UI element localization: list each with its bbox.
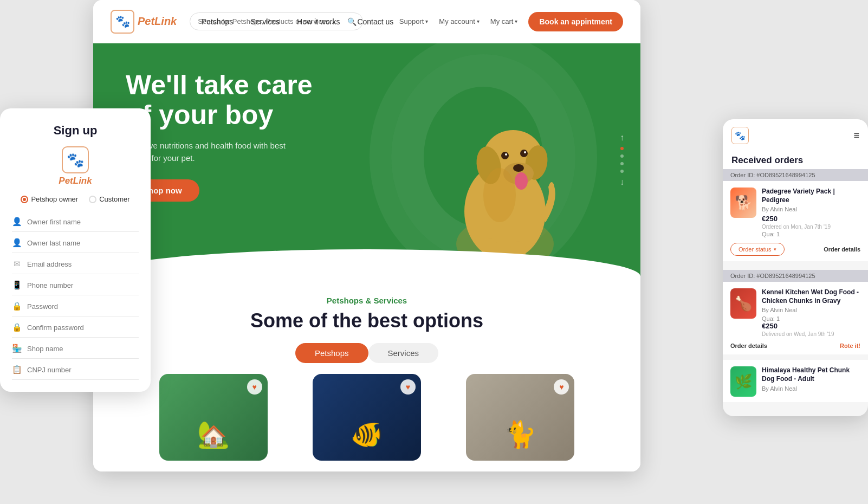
product-card-3[interactable]: ♥ 🐈	[466, 374, 574, 461]
orders-logo: 🐾	[731, 127, 749, 144]
book-appointment-button[interactable]: Book an appintment	[528, 12, 623, 31]
my-cart-menu[interactable]: My cart ▾	[490, 17, 518, 25]
confirm-password-input[interactable]	[27, 324, 139, 332]
order-actions-1: Order status ▾ Order details	[730, 243, 860, 256]
scroll-down-icon[interactable]: ↓	[620, 177, 624, 187]
support-caret-icon: ▾	[425, 18, 428, 24]
hero-subtitle: We have nutritions and health food with …	[126, 140, 310, 164]
hero-dog-illustration	[424, 81, 586, 276]
order-qty-2: Qua: 1	[762, 315, 860, 322]
section-tabs: Petshops Services	[126, 343, 608, 363]
section-title: Some of the best options	[126, 309, 608, 332]
radio-petshop-owner[interactable]: Petshop owner	[21, 195, 78, 203]
order-product-name-3: Himalaya Healthy Pet Chunk Dog Food - Ad…	[762, 366, 860, 383]
order-thumb-2: 🍗	[730, 288, 756, 319]
order-item-content-3: 🌿 Himalaya Healthy Pet Chunk Dog Food - …	[723, 360, 868, 402]
support-menu[interactable]: Support ▾	[399, 17, 429, 25]
cnpj-input[interactable]	[27, 366, 139, 374]
orders-card: 🐾 ≡ Received orders Order ID: #OD8952164…	[723, 119, 868, 416]
radio-customer[interactable]: Customer	[89, 195, 129, 203]
phone-input[interactable]	[27, 281, 139, 289]
field-email: ✉	[12, 254, 139, 274]
orders-card-header: 🐾 ≡	[723, 119, 868, 150]
hero-scroll-dots: ↑ ↓	[620, 133, 624, 187]
cnpj-icon: 📋	[12, 365, 22, 374]
svg-point-6	[513, 164, 524, 172]
scroll-dot-4	[620, 170, 624, 173]
hero-section: We'll take care of your boy We have nutr…	[93, 43, 640, 276]
nav-contact-us[interactable]: Contact us	[357, 17, 393, 26]
radio-dot-customer	[89, 196, 96, 203]
person-icon-1: 👤	[12, 217, 22, 227]
radio-owner-label: Petshop owner	[31, 195, 78, 203]
products-row: ♥ 🏡 ♥ 🐠 ♥ 🐈	[126, 374, 608, 461]
order-status-button-1[interactable]: Order status ▾	[730, 243, 785, 256]
order-item-content-2: 🍗 Kennel Kitchen Wet Dog Food - Chicken …	[723, 282, 868, 354]
owner-first-name-input[interactable]	[27, 218, 139, 226]
email-input[interactable]	[27, 260, 139, 268]
signup-title: Sign up	[12, 124, 139, 138]
order-price-1: €250	[762, 215, 831, 223]
phone-icon: 📱	[12, 280, 22, 290]
order-date-2: Delivered on Wed, Jan 9th '19	[762, 331, 860, 337]
field-phone: 📱	[12, 275, 139, 295]
product-heart-2[interactable]: ♥	[400, 379, 416, 395]
hamburger-menu-icon[interactable]: ≡	[853, 130, 859, 141]
order-thumb-1: 🐕	[730, 188, 756, 218]
order-details-link-1[interactable]: Order details	[824, 246, 860, 253]
shop-icon: 🏪	[12, 344, 22, 353]
signup-logo-text: PetLink	[59, 176, 92, 186]
support-label: Support	[399, 17, 424, 25]
my-account-label: My account	[439, 17, 475, 25]
scroll-dot-3	[620, 162, 624, 165]
order-details-link-2[interactable]: Order details	[730, 343, 767, 349]
cart-caret-icon: ▾	[515, 18, 517, 24]
site-logo[interactable]: 🐾 PetLink	[111, 10, 177, 34]
my-cart-label: My cart	[490, 17, 514, 25]
field-confirm-password: 🔒	[12, 318, 139, 338]
section-tag: Petshops & Services	[126, 296, 608, 305]
nav-services[interactable]: Services	[250, 17, 280, 26]
nav-how-it-works[interactable]: How it works	[297, 17, 340, 26]
order-product-name-2: Kennel Kitchen Wet Dog Food - Chicken Ch…	[762, 288, 860, 305]
orders-title: Received orders	[723, 150, 868, 169]
order-product-row-2: 🍗 Kennel Kitchen Wet Dog Food - Chicken …	[730, 288, 860, 337]
owner-last-name-input[interactable]	[27, 239, 139, 247]
order-qty-1: Qua: 1	[762, 231, 860, 237]
my-account-menu[interactable]: My account ▾	[439, 17, 479, 25]
order-item-1: Order ID: #OD89521648994125 🐕 Padegree V…	[723, 169, 868, 261]
password-input[interactable]	[27, 302, 139, 311]
order-info-3: Himalaya Healthy Pet Chunk Dog Food - Ad…	[762, 366, 860, 393]
order-item-2: Order ID: #OD89521648994125 🍗 Kennel Kit…	[723, 270, 868, 354]
order-status-caret-icon: ▾	[774, 247, 776, 252]
signup-radio-group: Petshop owner Customer	[12, 195, 139, 203]
shop-name-input[interactable]	[27, 345, 139, 353]
radio-dot-owner	[21, 196, 28, 203]
field-owner-last-name: 👤	[12, 233, 139, 253]
order-product-row-1: 🐕 Padegree Variety Pack | Pedigree By Al…	[730, 188, 860, 237]
order-product-row-3: 🌿 Himalaya Healthy Pet Chunk Dog Food - …	[730, 366, 860, 397]
scroll-up-icon[interactable]: ↑	[620, 133, 624, 143]
product-heart-1[interactable]: ♥	[247, 379, 262, 395]
order-by-3: By Alvin Neal	[762, 385, 860, 392]
order-price-2: €250	[762, 322, 860, 330]
product-card-2[interactable]: ♥ 🐠	[313, 374, 421, 461]
nav-petshops[interactable]: Petshops	[202, 17, 233, 26]
product-card-1[interactable]: ♥ 🏡	[159, 374, 268, 461]
radio-customer-label: Customer	[99, 195, 129, 203]
product-heart-3[interactable]: ♥	[554, 379, 569, 395]
lock-icon-2: 🔒	[12, 322, 22, 332]
account-caret-icon: ▾	[477, 18, 480, 24]
field-shop-name: 🏪	[12, 339, 139, 359]
signup-logo-icon: 🐾	[62, 146, 89, 173]
person-icon-2: 👤	[12, 238, 22, 248]
order-item-3: 🌿 Himalaya Healthy Pet Chunk Dog Food - …	[723, 360, 868, 402]
svg-point-7	[501, 152, 509, 159]
tab-services[interactable]: Services	[368, 343, 439, 363]
order-info-1: Padegree Variety Pack | Pedigree By Alvi…	[762, 188, 860, 237]
order-rate-link-2[interactable]: Rote it!	[840, 343, 860, 349]
order-actions-2: Order details Rote it!	[730, 343, 860, 349]
main-website-card: 🐾 PetLink 🔍 Support ▾ My account ▾ My ca…	[93, 0, 640, 471]
svg-point-10	[524, 151, 526, 153]
tab-petshops[interactable]: Petshops	[295, 343, 368, 363]
